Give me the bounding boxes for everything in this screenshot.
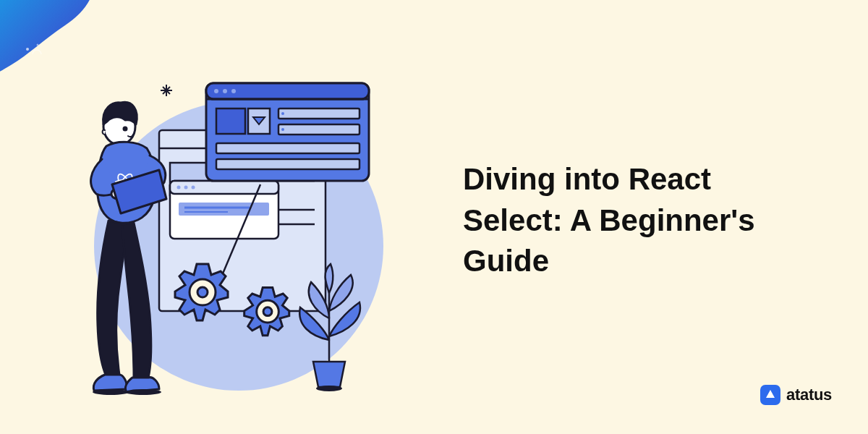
svg-point-0 [26, 48, 29, 51]
svg-point-34 [197, 287, 208, 297]
svg-point-37 [316, 386, 342, 391]
svg-rect-28 [216, 143, 359, 153]
svg-rect-24 [216, 109, 245, 134]
svg-point-39 [124, 127, 127, 130]
hero-illustration [61, 58, 401, 405]
svg-point-21 [214, 89, 218, 93]
svg-point-1 [37, 44, 39, 46]
svg-point-22 [223, 89, 227, 93]
svg-rect-19 [206, 83, 369, 99]
svg-rect-15 [179, 203, 269, 216]
brand-icon [760, 385, 780, 405]
svg-point-30 [281, 112, 284, 115]
svg-point-36 [263, 307, 272, 316]
svg-rect-29 [216, 159, 359, 169]
svg-point-46 [93, 389, 129, 395]
svg-point-31 [281, 128, 284, 131]
svg-point-14 [192, 186, 195, 190]
brand-logo: atatus [760, 385, 832, 405]
brand-name: atatus [786, 386, 832, 404]
svg-point-23 [231, 89, 236, 93]
svg-point-13 [184, 186, 188, 190]
svg-rect-26 [278, 109, 359, 119]
svg-rect-27 [278, 124, 359, 135]
svg-point-47 [125, 389, 161, 395]
svg-point-12 [177, 186, 181, 190]
page-title: Diving into React Select: A Beginner's G… [463, 159, 810, 282]
